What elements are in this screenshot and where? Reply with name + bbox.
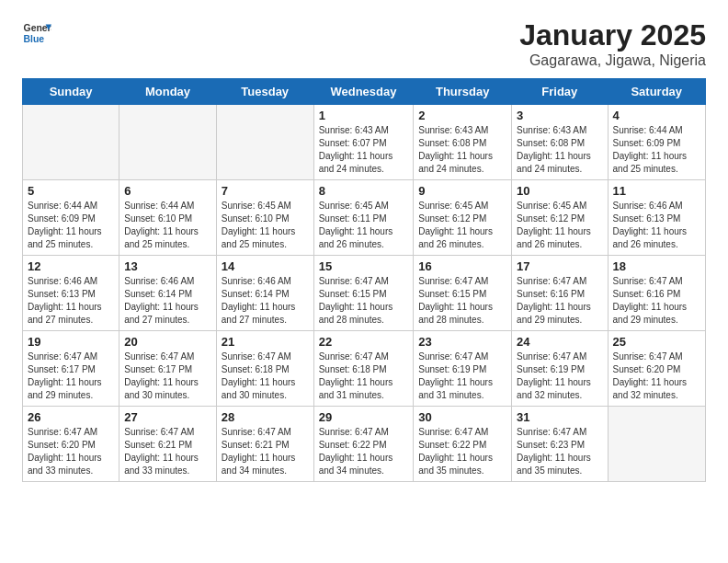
- day-number: 2: [418, 109, 506, 122]
- day-number: 20: [124, 335, 211, 349]
- day-number: 29: [319, 410, 409, 424]
- day-info: Sunrise: 6:43 AM Sunset: 6:08 PM Dayligh…: [517, 124, 602, 176]
- calendar-cell: 2Sunrise: 6:43 AM Sunset: 6:08 PM Daylig…: [414, 105, 512, 180]
- page: General Blue January 2025 Gagarawa, Jiga…: [0, 0, 728, 500]
- day-info: Sunrise: 6:47 AM Sunset: 6:17 PM Dayligh…: [28, 350, 114, 402]
- calendar-week-2: 5Sunrise: 6:44 AM Sunset: 6:09 PM Daylig…: [23, 180, 706, 256]
- calendar-week-1: 1Sunrise: 6:43 AM Sunset: 6:07 PM Daylig…: [23, 105, 706, 180]
- calendar-cell: 30Sunrise: 6:47 AM Sunset: 6:22 PM Dayli…: [414, 407, 512, 482]
- calendar-table: SundayMondayTuesdayWednesdayThursdayFrid…: [22, 78, 706, 482]
- day-info: Sunrise: 6:47 AM Sunset: 6:18 PM Dayligh…: [222, 350, 309, 402]
- day-info: Sunrise: 6:47 AM Sunset: 6:16 PM Dayligh…: [517, 275, 602, 327]
- calendar-cell: 31Sunrise: 6:47 AM Sunset: 6:23 PM Dayli…: [512, 407, 608, 482]
- day-number: 21: [222, 335, 309, 349]
- title-block: January 2025 Gagarawa, Jigawa, Nigeria: [519, 18, 706, 69]
- day-number: 30: [418, 410, 506, 424]
- day-number: 26: [28, 410, 114, 424]
- calendar-cell: 11Sunrise: 6:46 AM Sunset: 6:13 PM Dayli…: [608, 180, 705, 256]
- weekday-sunday: Sunday: [23, 79, 119, 105]
- day-info: Sunrise: 6:47 AM Sunset: 6:15 PM Dayligh…: [319, 275, 409, 327]
- calendar-cell: 10Sunrise: 6:45 AM Sunset: 6:12 PM Dayli…: [512, 180, 608, 256]
- day-info: Sunrise: 6:47 AM Sunset: 6:23 PM Dayligh…: [517, 426, 602, 477]
- day-number: 24: [517, 335, 602, 349]
- day-info: Sunrise: 6:47 AM Sunset: 6:15 PM Dayligh…: [418, 275, 506, 327]
- calendar-cell: 23Sunrise: 6:47 AM Sunset: 6:19 PM Dayli…: [414, 331, 512, 407]
- weekday-thursday: Thursday: [414, 79, 512, 105]
- day-info: Sunrise: 6:44 AM Sunset: 6:09 PM Dayligh…: [613, 124, 700, 176]
- day-info: Sunrise: 6:47 AM Sunset: 6:17 PM Dayligh…: [124, 350, 211, 402]
- calendar-cell: 8Sunrise: 6:45 AM Sunset: 6:11 PM Daylig…: [313, 180, 414, 256]
- day-info: Sunrise: 6:45 AM Sunset: 6:11 PM Dayligh…: [319, 200, 409, 251]
- calendar-cell: 17Sunrise: 6:47 AM Sunset: 6:16 PM Dayli…: [512, 256, 608, 331]
- logo: General Blue: [22, 18, 53, 48]
- day-number: 22: [319, 335, 409, 349]
- day-number: 14: [222, 259, 309, 273]
- day-number: 27: [124, 410, 211, 424]
- calendar-cell: 20Sunrise: 6:47 AM Sunset: 6:17 PM Dayli…: [119, 331, 217, 407]
- day-number: 9: [418, 184, 506, 198]
- day-number: 5: [28, 184, 114, 198]
- day-info: Sunrise: 6:47 AM Sunset: 6:19 PM Dayligh…: [517, 350, 602, 402]
- calendar-cell: 9Sunrise: 6:45 AM Sunset: 6:12 PM Daylig…: [414, 180, 512, 256]
- calendar-week-5: 26Sunrise: 6:47 AM Sunset: 6:20 PM Dayli…: [23, 407, 706, 482]
- calendar-cell: 4Sunrise: 6:44 AM Sunset: 6:09 PM Daylig…: [608, 105, 705, 180]
- day-info: Sunrise: 6:46 AM Sunset: 6:14 PM Dayligh…: [124, 275, 211, 327]
- day-info: Sunrise: 6:45 AM Sunset: 6:10 PM Dayligh…: [222, 200, 309, 251]
- calendar-week-4: 19Sunrise: 6:47 AM Sunset: 6:17 PM Dayli…: [23, 331, 706, 407]
- calendar-cell: [608, 407, 705, 482]
- day-info: Sunrise: 6:47 AM Sunset: 6:19 PM Dayligh…: [418, 350, 506, 402]
- day-number: 11: [613, 184, 700, 198]
- calendar-cell: 3Sunrise: 6:43 AM Sunset: 6:08 PM Daylig…: [512, 105, 608, 180]
- calendar-cell: 18Sunrise: 6:47 AM Sunset: 6:16 PM Dayli…: [608, 256, 705, 331]
- weekday-monday: Monday: [119, 79, 217, 105]
- weekday-friday: Friday: [512, 79, 608, 105]
- day-number: 15: [319, 259, 409, 273]
- day-info: Sunrise: 6:47 AM Sunset: 6:18 PM Dayligh…: [319, 350, 409, 402]
- day-info: Sunrise: 6:47 AM Sunset: 6:21 PM Dayligh…: [222, 426, 309, 477]
- calendar-week-3: 12Sunrise: 6:46 AM Sunset: 6:13 PM Dayli…: [23, 256, 706, 331]
- day-number: 23: [418, 335, 506, 349]
- day-info: Sunrise: 6:44 AM Sunset: 6:10 PM Dayligh…: [124, 200, 211, 251]
- calendar-cell: 25Sunrise: 6:47 AM Sunset: 6:20 PM Dayli…: [608, 331, 705, 407]
- day-info: Sunrise: 6:47 AM Sunset: 6:20 PM Dayligh…: [28, 426, 114, 477]
- day-info: Sunrise: 6:43 AM Sunset: 6:07 PM Dayligh…: [319, 124, 409, 176]
- day-number: 8: [319, 184, 409, 198]
- calendar-cell: 12Sunrise: 6:46 AM Sunset: 6:13 PM Dayli…: [23, 256, 119, 331]
- calendar-cell: 21Sunrise: 6:47 AM Sunset: 6:18 PM Dayli…: [216, 331, 313, 407]
- calendar-cell: [216, 105, 313, 180]
- calendar-cell: 19Sunrise: 6:47 AM Sunset: 6:17 PM Dayli…: [23, 331, 119, 407]
- day-number: 28: [222, 410, 309, 424]
- calendar-cell: 26Sunrise: 6:47 AM Sunset: 6:20 PM Dayli…: [23, 407, 119, 482]
- calendar-cell: 16Sunrise: 6:47 AM Sunset: 6:15 PM Dayli…: [414, 256, 512, 331]
- svg-text:Blue: Blue: [24, 34, 45, 44]
- day-info: Sunrise: 6:47 AM Sunset: 6:21 PM Dayligh…: [124, 426, 211, 477]
- day-info: Sunrise: 6:46 AM Sunset: 6:13 PM Dayligh…: [613, 200, 700, 251]
- month-title: January 2025: [519, 18, 706, 52]
- weekday-saturday: Saturday: [608, 79, 705, 105]
- weekday-tuesday: Tuesday: [216, 79, 313, 105]
- day-number: 13: [124, 259, 211, 273]
- day-number: 10: [517, 184, 602, 198]
- day-info: Sunrise: 6:47 AM Sunset: 6:22 PM Dayligh…: [418, 426, 506, 477]
- calendar-cell: 1Sunrise: 6:43 AM Sunset: 6:07 PM Daylig…: [313, 105, 414, 180]
- day-number: 31: [517, 410, 602, 424]
- calendar-cell: 22Sunrise: 6:47 AM Sunset: 6:18 PM Dayli…: [313, 331, 414, 407]
- calendar-cell: 29Sunrise: 6:47 AM Sunset: 6:22 PM Dayli…: [313, 407, 414, 482]
- day-info: Sunrise: 6:46 AM Sunset: 6:14 PM Dayligh…: [222, 275, 309, 327]
- calendar-cell: 24Sunrise: 6:47 AM Sunset: 6:19 PM Dayli…: [512, 331, 608, 407]
- day-info: Sunrise: 6:47 AM Sunset: 6:20 PM Dayligh…: [613, 350, 700, 402]
- calendar-cell: 5Sunrise: 6:44 AM Sunset: 6:09 PM Daylig…: [23, 180, 119, 256]
- calendar-cell: [119, 105, 217, 180]
- calendar-cell: 13Sunrise: 6:46 AM Sunset: 6:14 PM Dayli…: [119, 256, 217, 331]
- day-info: Sunrise: 6:47 AM Sunset: 6:16 PM Dayligh…: [613, 275, 700, 327]
- calendar-cell: 6Sunrise: 6:44 AM Sunset: 6:10 PM Daylig…: [119, 180, 217, 256]
- day-number: 4: [613, 109, 700, 122]
- day-info: Sunrise: 6:46 AM Sunset: 6:13 PM Dayligh…: [28, 275, 114, 327]
- weekday-wednesday: Wednesday: [313, 79, 414, 105]
- day-number: 6: [124, 184, 211, 198]
- day-number: 18: [613, 259, 700, 273]
- day-info: Sunrise: 6:43 AM Sunset: 6:08 PM Dayligh…: [418, 124, 506, 176]
- calendar-cell: 28Sunrise: 6:47 AM Sunset: 6:21 PM Dayli…: [216, 407, 313, 482]
- calendar-cell: 7Sunrise: 6:45 AM Sunset: 6:10 PM Daylig…: [216, 180, 313, 256]
- header: General Blue January 2025 Gagarawa, Jiga…: [22, 18, 706, 69]
